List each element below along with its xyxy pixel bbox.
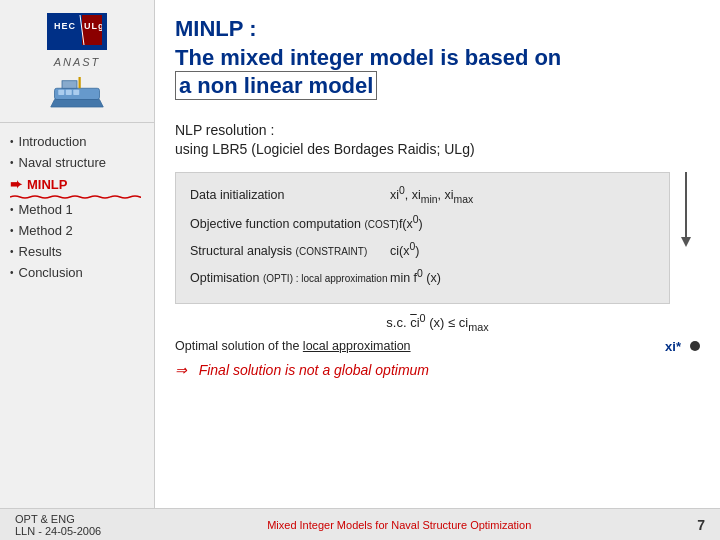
- subscript-min: min: [421, 194, 438, 205]
- sidebar: HEC ULg ANAST • Introduction: [0, 0, 155, 540]
- algo-obj-label: Objective function computation (COST): [190, 215, 399, 234]
- footer-org: OPT & ENG: [15, 513, 101, 525]
- subtitle-line1: NLP resolution :: [175, 122, 274, 138]
- optimal-underline-text: local approximation: [303, 339, 411, 353]
- algo-init-label: Data initialization: [190, 186, 390, 205]
- hec-logo: HEC ULg: [47, 13, 107, 50]
- bullet-icon: •: [10, 225, 14, 236]
- algo-obj-tag: (COST): [364, 219, 398, 230]
- sidebar-item-method2[interactable]: • Method 2: [0, 220, 154, 241]
- ci-overline: c: [410, 315, 417, 330]
- footer: OPT & ENG LLN - 24-05-2006 Mixed Integer…: [0, 508, 720, 540]
- subscript-max2: max: [468, 321, 488, 333]
- sidebar-label-introduction: Introduction: [19, 134, 87, 149]
- final-conclusion-text: Final solution is not a global optimum: [199, 362, 429, 378]
- bullet-icon: •: [10, 136, 14, 147]
- superscript-0e: 0: [420, 312, 426, 324]
- algo-container: Data initialization xi0, ximin, ximax Ob…: [175, 172, 700, 304]
- footer-date: LLN - 24-05-2006: [15, 525, 101, 537]
- title-section: MINLP : The mixed integer model is based…: [175, 15, 700, 101]
- optimal-label-text: Optimal solution of the local approximat…: [175, 339, 657, 353]
- algo-obj-value: f(x0): [399, 212, 423, 234]
- sidebar-item-introduction[interactable]: • Introduction: [0, 131, 154, 152]
- superscript-0d: 0: [417, 268, 423, 279]
- algo-row-init: Data initialization xi0, ximin, ximax: [190, 183, 655, 207]
- superscript-0c: 0: [409, 241, 415, 252]
- optimal-solution-line: Optimal solution of the local approximat…: [175, 339, 700, 354]
- algo-row-struct: Structural analysis (CONSTRAINT) ci(x0): [190, 239, 655, 261]
- bullet-icon: •: [10, 157, 14, 168]
- algo-opti-value: min f0 (x): [390, 266, 441, 288]
- sidebar-label-method1: Method 1: [19, 202, 73, 217]
- title-prefix: MINLP :: [175, 16, 256, 41]
- algo-struct-tag: (CONSTRAINT): [296, 246, 368, 257]
- svg-marker-13: [681, 237, 691, 247]
- algo-init-value: xi0, ximin, ximax: [390, 183, 473, 207]
- svg-rect-8: [79, 77, 81, 88]
- final-conclusion-line: ⇒ Final solution is not a global optimum: [175, 362, 700, 378]
- svg-rect-7: [62, 81, 77, 89]
- svg-rect-9: [58, 90, 64, 95]
- bullet-icon: •: [10, 204, 14, 215]
- sidebar-item-method1[interactable]: • Method 1: [0, 199, 154, 220]
- sc-constraint-line: s.c. ci0 (x) ≤ cimax: [175, 312, 700, 333]
- nav-menu: • Introduction • Naval structure ➨ MINLP…: [0, 123, 154, 291]
- sidebar-label-minlp: MINLP: [27, 177, 67, 192]
- final-arrow-symbol: ⇒: [175, 362, 187, 378]
- algo-struct-value: ci(x0): [390, 239, 419, 261]
- algo-row-obj: Objective function computation (COST) f(…: [190, 212, 655, 234]
- algorithm-box: Data initialization xi0, ximin, ximax Ob…: [175, 172, 670, 304]
- footer-page-number: 7: [697, 517, 705, 533]
- dot-indicator: [690, 341, 700, 351]
- svg-rect-10: [66, 90, 72, 95]
- subscript-max: max: [454, 194, 474, 205]
- main-content: MINLP : The mixed integer model is based…: [155, 0, 720, 540]
- anast-label: ANAST: [54, 56, 101, 68]
- algo-opti-label: Optimisation (OPTI) : local approximatio…: [190, 269, 390, 288]
- bullet-icon: •: [10, 246, 14, 257]
- algo-struct-label: Structural analysis (CONSTRAINT): [190, 242, 390, 261]
- algo-row-opti: Optimisation (OPTI) : local approximatio…: [190, 266, 655, 288]
- svg-rect-11: [73, 90, 79, 95]
- title-highlighted-text: a non linear model: [175, 71, 377, 100]
- logo-area: HEC ULg ANAST: [0, 8, 154, 123]
- sidebar-item-minlp[interactable]: ➨ MINLP: [0, 173, 154, 195]
- title-line2-part1: The mixed integer model is based on: [175, 45, 561, 70]
- sidebar-label-results: Results: [19, 244, 62, 259]
- svg-text:ULg: ULg: [84, 21, 102, 31]
- down-arrow-indicator: [677, 172, 695, 252]
- sidebar-item-results[interactable]: • Results: [0, 241, 154, 262]
- optimal-value-container: xi*: [665, 339, 700, 354]
- svg-text:HEC: HEC: [54, 21, 76, 31]
- subtitle-line2: using LBR5 (Logiciel des Bordages Raidis…: [175, 141, 475, 157]
- superscript-0: 0: [399, 185, 405, 196]
- superscript-0b: 0: [413, 214, 419, 225]
- sidebar-label-method2: Method 2: [19, 223, 73, 238]
- sidebar-label-naval: Naval structure: [19, 155, 106, 170]
- bullet-icon: •: [10, 267, 14, 278]
- nlp-subtitle: NLP resolution : using LBR5 (Logiciel de…: [175, 121, 700, 160]
- sidebar-item-conclusion[interactable]: • Conclusion: [0, 262, 154, 283]
- sidebar-item-naval-structure[interactable]: • Naval structure: [0, 152, 154, 173]
- footer-center: Mixed Integer Models for Naval Structure…: [267, 519, 531, 531]
- arrow-icon: ➨: [10, 176, 22, 192]
- footer-left: OPT & ENG LLN - 24-05-2006: [15, 513, 101, 537]
- logo-hec-ulg: HEC ULg: [47, 13, 107, 50]
- algo-opti-tag: (OPTI) : local approximation: [263, 273, 388, 284]
- ship-icon: [47, 72, 107, 112]
- xi-star-value: xi*: [665, 339, 681, 354]
- svg-marker-6: [51, 100, 104, 108]
- main-title: MINLP : The mixed integer model is based…: [175, 15, 700, 101]
- sidebar-label-conclusion: Conclusion: [19, 265, 83, 280]
